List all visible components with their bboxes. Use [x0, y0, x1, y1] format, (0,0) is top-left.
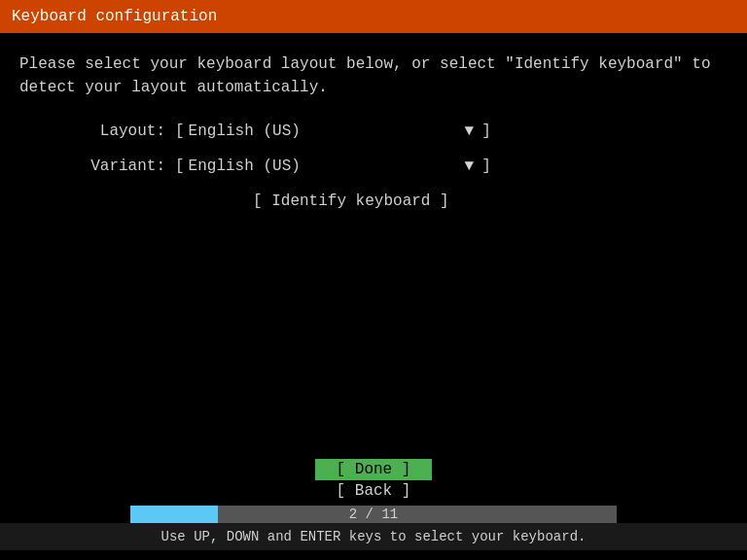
- progress-area: 2 / 11: [0, 506, 747, 523]
- layout-dropdown[interactable]: [ English (US) ▼ ]: [175, 122, 491, 140]
- layout-label: Layout:: [78, 122, 165, 140]
- layout-row: Layout: [ English (US) ▼ ]: [78, 122, 728, 140]
- identify-keyboard-button[interactable]: [ Identify keyboard ]: [253, 192, 449, 210]
- identify-keyboard-row: [ Identify keyboard ]: [253, 192, 728, 210]
- footer-hint: Use UP, DOWN and ENTER keys to select yo…: [0, 523, 747, 550]
- title-text: Keyboard configuration: [12, 8, 217, 25]
- progress-text: 2 / 11: [130, 507, 617, 522]
- done-button[interactable]: [ Done ]: [315, 459, 432, 480]
- variant-arrow: ▼: [465, 158, 475, 175]
- main-content: Please select your keyboard layout below…: [0, 33, 747, 210]
- variant-row: Variant: [ English (US) ▼ ]: [78, 158, 728, 175]
- description: Please select your keyboard layout below…: [19, 52, 728, 99]
- layout-value: English (US): [189, 122, 461, 140]
- variant-value: English (US): [189, 158, 461, 175]
- progress-bar-container: 2 / 11: [130, 506, 617, 523]
- description-line1: Please select your keyboard layout below…: [19, 52, 728, 76]
- layout-bracket-left: [: [175, 122, 185, 140]
- variant-dropdown[interactable]: [ English (US) ▼ ]: [175, 158, 491, 175]
- layout-bracket-right: ]: [481, 122, 491, 140]
- bottom-nav: [ Done ] [ Back ]: [0, 459, 747, 502]
- layout-arrow: ▼: [465, 122, 475, 140]
- back-button[interactable]: [ Back ]: [315, 482, 432, 500]
- variant-bracket-left: [: [175, 158, 185, 175]
- title-bar: Keyboard configuration: [0, 0, 747, 33]
- variant-bracket-right: ]: [481, 158, 491, 175]
- variant-label: Variant:: [78, 158, 165, 175]
- description-line2: detect your layout automatically.: [19, 76, 728, 99]
